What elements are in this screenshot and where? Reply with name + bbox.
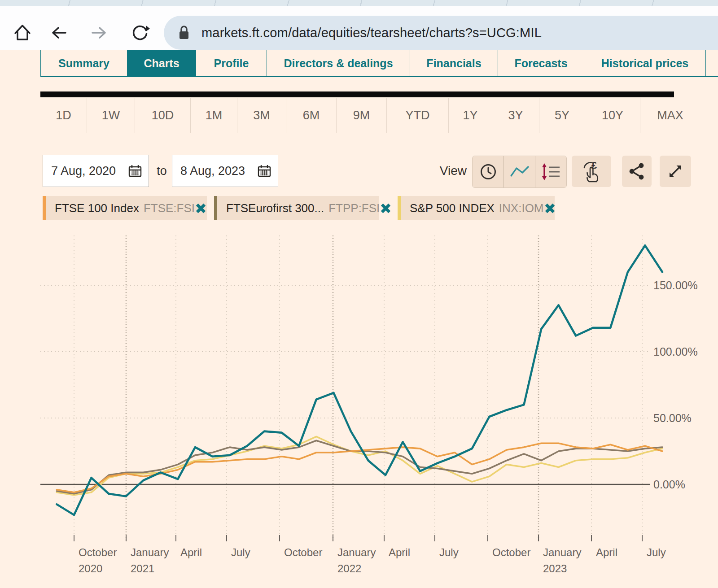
remove-chip-icon[interactable]: [544, 202, 556, 214]
chip-color-bar: [43, 196, 46, 220]
end-date-value: 8 Aug, 2023: [180, 164, 257, 178]
page: markets.ft.com/data/equities/tearsheet/c…: [0, 0, 718, 588]
chip-color-bar: [398, 196, 401, 220]
comparison-chip-ftpp-fsi[interactable]: FTSEurofirst 300...FTPP:FSI: [214, 196, 379, 220]
calendar-icon: [257, 164, 271, 178]
lock-icon[interactable]: [176, 24, 192, 41]
nav-tabs: SummaryChartsProfileDirectors & dealings…: [40, 50, 718, 77]
url-bar[interactable]: markets.ft.com/data/equities/tearsheet/c…: [164, 16, 718, 50]
range-button-max[interactable]: MAX: [640, 98, 700, 133]
x-tick-year-label: 2022: [337, 562, 361, 575]
share-button[interactable]: [622, 156, 652, 187]
x-tick-label: January: [543, 546, 581, 558]
tab-summary[interactable]: Summary: [40, 50, 127, 76]
browser-toolbar: markets.ft.com/data/equities/tearsheet/c…: [0, 6, 718, 50]
chip-name: FTSEurofirst 300...: [226, 201, 324, 215]
start-date-input[interactable]: 7 Aug, 2020: [43, 155, 149, 187]
x-tick-label: January: [131, 546, 169, 558]
y-tick-label: 150.00%: [653, 279, 698, 292]
x-tick-label: October: [492, 546, 530, 558]
x-tick-label: January: [337, 546, 376, 558]
divider-bar: [40, 91, 674, 97]
levels-view-button[interactable]: [535, 156, 566, 187]
levels-icon: [540, 161, 562, 182]
view-toggle-group: [472, 156, 567, 188]
end-date-input[interactable]: 8 Aug, 2023: [172, 155, 278, 187]
x-tick-year-label: 2023: [543, 562, 567, 575]
x-tick-label: April: [596, 546, 617, 558]
range-button-3m[interactable]: 3M: [237, 98, 286, 133]
x-tick-label: April: [389, 546, 410, 558]
x-tick-label: April: [180, 546, 202, 558]
price-inspect-button[interactable]: £: [572, 156, 611, 187]
chip-name: S&P 500 INDEX: [410, 201, 495, 215]
range-button-ytd[interactable]: YTD: [387, 98, 449, 133]
comparison-chip-ftse-fsi[interactable]: FTSE 100 IndexFTSE:FSI: [43, 196, 207, 220]
start-date-value: 7 Aug, 2020: [51, 164, 128, 178]
tab-historical-prices[interactable]: Historical prices: [584, 50, 706, 76]
x-tick-year-label: 2021: [131, 562, 154, 575]
range-button-1w[interactable]: 1W: [87, 98, 135, 133]
range-button-1m[interactable]: 1M: [191, 98, 237, 133]
clock-icon: [478, 162, 498, 182]
url-text: markets.ft.com/data/equities/tearsheet/c…: [201, 26, 542, 40]
time-view-button[interactable]: [473, 156, 504, 187]
price-chart[interactable]: October2020January2021AprilJulyOctoberJa…: [0, 226, 718, 588]
browser-tab-strip[interactable]: [0, 0, 718, 6]
x-tick-year-label: 2020: [79, 562, 102, 575]
range-button-10d[interactable]: 10D: [135, 98, 191, 133]
tab-charts[interactable]: Charts: [127, 50, 196, 76]
tab-directors-dealings[interactable]: Directors & dealings: [267, 50, 410, 76]
chip-symbol: FTPP:FSI: [328, 201, 380, 215]
time-range-bar: 1D1W10D1M3M6M9MYTD1Y3Y5Y10YMAX: [40, 98, 700, 133]
y-tick-label: 100.00%: [653, 345, 698, 358]
fullscreen-button[interactable]: [660, 156, 691, 187]
back-icon[interactable]: [49, 23, 69, 43]
to-label: to: [152, 155, 172, 187]
range-button-3y[interactable]: 3Y: [492, 98, 539, 133]
chip-name: FTSE 100 Index: [55, 201, 139, 215]
x-tick-label: July: [231, 546, 250, 558]
calendar-icon: [128, 164, 142, 178]
tab-financials[interactable]: Financials: [410, 50, 498, 76]
series-line-ftse100: [57, 443, 662, 492]
line-chart-icon: [509, 162, 530, 182]
remove-chip-icon[interactable]: [380, 202, 392, 214]
x-tick-label: October: [284, 546, 322, 558]
range-button-9m[interactable]: 9M: [337, 98, 387, 133]
range-button-10y[interactable]: 10Y: [585, 98, 640, 133]
home-icon[interactable]: [13, 23, 32, 43]
chip-symbol: FTSE:FSI: [144, 201, 195, 215]
chip-symbol: INX:IOM: [499, 201, 544, 215]
series-line-eurofirst: [57, 440, 662, 493]
share-icon: [626, 161, 647, 182]
expand-icon: [665, 161, 686, 182]
tab-profile[interactable]: Profile: [196, 50, 267, 76]
x-tick-label: July: [439, 546, 459, 558]
range-button-6m[interactable]: 6M: [286, 98, 337, 133]
x-tick-label: July: [647, 546, 666, 558]
line-chart-view-button[interactable]: [504, 156, 535, 187]
range-button-1d[interactable]: 1D: [40, 98, 87, 133]
range-button-5y[interactable]: 5Y: [539, 98, 585, 133]
chip-color-bar: [214, 196, 217, 220]
view-label: View: [431, 155, 467, 187]
comparison-chip-inx-iom[interactable]: S&P 500 INDEXINX:IOM: [398, 196, 555, 220]
svg-text:£: £: [591, 160, 597, 171]
y-tick-label: 0.00%: [653, 478, 685, 491]
tab-forecasts[interactable]: Forecasts: [498, 50, 584, 76]
x-tick-label: October: [79, 546, 117, 558]
remove-chip-icon[interactable]: [195, 202, 207, 214]
range-button-1y[interactable]: 1Y: [449, 98, 492, 133]
forward-icon[interactable]: [89, 23, 109, 43]
tap-pound-icon: £: [580, 160, 603, 183]
reload-icon[interactable]: [130, 23, 150, 43]
y-tick-label: 50.00%: [653, 412, 692, 424]
series-line-ucg: [57, 245, 662, 515]
